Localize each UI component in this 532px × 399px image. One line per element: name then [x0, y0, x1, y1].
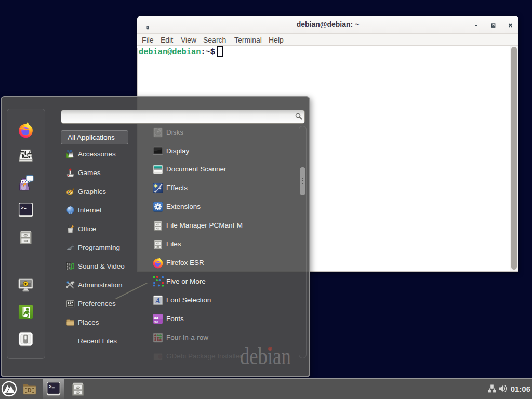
svg-text:D: D [28, 388, 31, 393]
svg-text:>: > [21, 205, 24, 211]
svg-text:aa: aa [154, 319, 158, 324]
svg-text:>: > [49, 384, 52, 390]
svg-text:A: A [155, 296, 161, 304]
